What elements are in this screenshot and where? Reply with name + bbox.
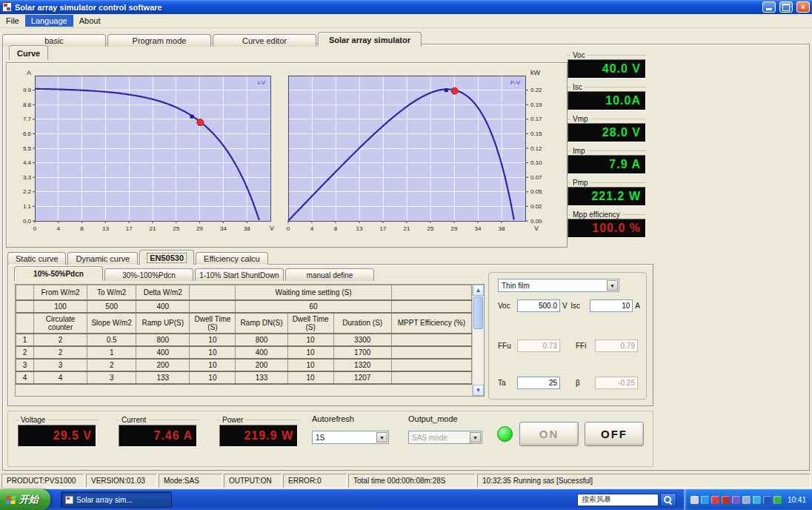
table-cell[interactable]: 2 <box>87 359 136 371</box>
table-cell[interactable]: 200 <box>236 359 287 371</box>
waiting-time-value[interactable]: 60 <box>236 300 391 313</box>
table-cell[interactable] <box>391 371 471 384</box>
range-value-cell[interactable]: 100 <box>34 300 87 313</box>
table-cell[interactable]: 10 <box>190 334 236 346</box>
table-cell[interactable]: 3 <box>87 371 136 384</box>
subtab-30-100-pdcn[interactable]: 30%-100%Pdcn <box>104 268 193 281</box>
search-input[interactable]: 搜索风暴 <box>577 494 659 506</box>
chevron-down-icon[interactable]: ▼ <box>376 432 387 443</box>
svg-text:17: 17 <box>126 225 133 232</box>
table-cell[interactable]: 1207 <box>333 371 391 384</box>
svg-text:3.3: 3.3 <box>23 174 32 181</box>
chevron-down-icon[interactable]: ▼ <box>607 280 618 291</box>
svg-text:6.6: 6.6 <box>23 130 32 137</box>
tray-icon[interactable] <box>722 496 730 504</box>
taskbar-task-button[interactable]: Solar array sim... <box>61 491 172 508</box>
col-header: Slope W/m2 <box>87 313 136 334</box>
tab-curve-editor[interactable]: Curve editor <box>213 34 316 47</box>
range-value-cell[interactable]: 400 <box>136 300 190 313</box>
svg-text:P-V: P-V <box>510 79 521 86</box>
range-value-cell[interactable]: 500 <box>87 300 136 313</box>
tray-icon[interactable] <box>763 496 771 504</box>
output-mode-value: SAS mode <box>412 434 447 442</box>
table-cell[interactable]: 2 <box>34 346 87 359</box>
-field <box>595 377 638 389</box>
tray-icon[interactable] <box>742 496 751 504</box>
autorefresh-select[interactable]: 1S ▼ <box>312 431 389 444</box>
table-cell[interactable]: 400 <box>236 346 287 359</box>
table-cell[interactable]: 1320 <box>333 359 391 371</box>
subtab-1-10-start-shuntdown[interactable]: 1-10% Start ShuntDown <box>195 268 284 281</box>
tray-icon[interactable] <box>711 496 719 504</box>
menu-item-language[interactable]: Language <box>25 15 73 27</box>
table-cell[interactable]: 2 <box>34 334 87 346</box>
tray-icon[interactable] <box>701 496 709 504</box>
table-cell[interactable]: 3 <box>34 359 87 371</box>
tab-static-curve-label: Static curve <box>16 254 58 263</box>
voc-field[interactable] <box>517 299 560 312</box>
svg-text:0.0: 0.0 <box>23 218 32 225</box>
tab-dynamic-curve[interactable]: Dynamic curve <box>67 252 138 265</box>
table-cell[interactable]: 800 <box>136 334 190 346</box>
tray-icon[interactable] <box>732 496 740 504</box>
subtab-manual-define[interactable]: manual define <box>285 268 374 281</box>
readout-label: Vmp <box>570 115 590 123</box>
tray-icon[interactable] <box>773 496 782 504</box>
tab-solar-array-simulator[interactable]: Solar array simulator <box>318 32 422 47</box>
table-cell[interactable]: 10 <box>190 359 236 371</box>
scrollbar-thumb[interactable] <box>473 297 483 329</box>
minimize-button[interactable] <box>762 1 776 13</box>
start-button[interactable]: 开始 <box>0 489 50 510</box>
table-cell[interactable]: 10 <box>287 371 333 384</box>
scrollbar-track[interactable] <box>473 330 484 385</box>
menu-item-about[interactable]: About <box>73 15 107 27</box>
table-cell[interactable]: 10 <box>287 359 333 371</box>
table-cell[interactable]: 1 <box>87 346 136 359</box>
scroll-down-icon[interactable]: ▼ <box>473 385 484 396</box>
table-scrollbar[interactable]: ▲ ▼ <box>472 285 484 396</box>
isc-field[interactable] <box>590 299 633 312</box>
table-cell[interactable]: 400 <box>136 346 190 359</box>
table-cell[interactable]: 10 <box>190 371 236 384</box>
table-cell[interactable] <box>391 334 471 346</box>
search-button[interactable] <box>660 493 676 507</box>
menu-item-file[interactable]: File <box>0 15 25 27</box>
table-cell[interactable]: 133 <box>136 371 190 384</box>
table-cell[interactable]: 10 <box>190 346 236 359</box>
off-button[interactable]: OFF <box>585 422 644 446</box>
tab-en50530[interactable]: EN50530 <box>139 250 194 265</box>
tab-curve[interactable]: Curve <box>9 45 48 60</box>
table-cell[interactable]: 4 <box>34 371 87 384</box>
table-cell[interactable]: 1700 <box>333 346 391 359</box>
ffi-field <box>595 340 638 352</box>
svg-text:25: 25 <box>427 225 434 232</box>
svg-text:0: 0 <box>287 225 290 232</box>
close-button[interactable]: × <box>796 1 810 13</box>
table-cell[interactable] <box>391 346 471 359</box>
maximize-button[interactable] <box>779 1 793 13</box>
taskbar-clock[interactable]: 10:41 <box>788 496 806 504</box>
svg-text:34: 34 <box>220 225 227 232</box>
tab-efficiency-calcu[interactable]: Efficiency calcu <box>196 252 268 265</box>
pv-curve-chart: P-V04813172125293438V0.220.190.170.150.1… <box>282 68 558 237</box>
table-cell[interactable]: 10 <box>287 334 333 346</box>
tab-static-curve[interactable]: Static curve <box>7 252 66 265</box>
readout-isc: Isc10.0A <box>568 87 646 112</box>
tab-dynamic-curve-label: Dynamic curve <box>76 254 130 263</box>
table-cell[interactable]: 133 <box>236 371 287 384</box>
subtab-10-50-pdcn[interactable]: 10%-50%Pdcn <box>14 266 103 281</box>
table-cell[interactable]: 200 <box>136 359 190 371</box>
table-cell[interactable]: 10 <box>287 346 333 359</box>
meter-voltage: Voltage29.5 V <box>16 417 99 456</box>
tray-icon[interactable] <box>753 496 761 504</box>
table-cell[interactable]: 0.5 <box>87 334 136 346</box>
table-cell[interactable] <box>391 359 471 371</box>
module-type-select[interactable]: Thin film ▼ <box>498 279 619 292</box>
table-cell[interactable]: 3300 <box>333 334 391 346</box>
tray-icons <box>690 496 782 504</box>
tab-program-mode[interactable]: Program mode <box>107 34 211 47</box>
tray-icon[interactable] <box>690 496 699 504</box>
scroll-up-icon[interactable]: ▲ <box>473 285 484 296</box>
table-cell[interactable]: 800 <box>236 334 287 346</box>
ta-field[interactable] <box>517 377 560 389</box>
